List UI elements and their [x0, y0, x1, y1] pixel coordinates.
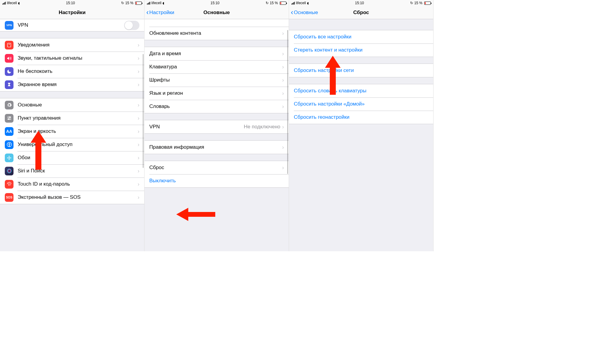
chevron-right-icon: ›	[138, 181, 139, 187]
row-reset-keyboard[interactable]: Сбросить словарь клавиатуры	[289, 84, 433, 97]
row-erase-all[interactable]: Стереть контент и настройки	[289, 43, 433, 57]
battery-percent: 15 %	[270, 1, 278, 5]
nav-bar: ‹ Настройки Основные	[145, 6, 289, 19]
row-content-refresh[interactable]: Обновление контента ›	[145, 27, 289, 40]
settings-list[interactable]: VPN VPN Уведомления › Звуки, тактильные …	[0, 19, 144, 251]
gear-icon	[5, 101, 13, 109]
row-sounds[interactable]: Звуки, тактильные сигналы ›	[0, 52, 144, 65]
sounds-icon	[5, 54, 13, 63]
row-reset-network[interactable]: Сбросить настройки сети	[289, 64, 433, 77]
signal-icon	[147, 2, 150, 4]
row-control-center[interactable]: Пункт управления ›	[0, 112, 144, 125]
row-label: Сбросить словарь клавиатуры	[294, 88, 428, 94]
row-general[interactable]: Основные ›	[0, 98, 144, 112]
row-label: Звуки, тактильные сигналы	[18, 55, 138, 61]
svg-point-1	[9, 44, 10, 45]
row-label: Экстренный вызов — SOS	[18, 194, 138, 200]
chevron-right-icon: ›	[282, 64, 284, 70]
chevron-right-icon: ›	[138, 55, 139, 61]
row-label: Уведомления	[18, 42, 138, 48]
row-label: Не беспокоить	[18, 68, 138, 74]
row-label: Сбросить все настройки	[294, 34, 428, 40]
wifi-icon: ◖	[162, 1, 164, 5]
row-reset-location[interactable]: Сбросить геонастройки	[289, 111, 433, 124]
row-legal[interactable]: Правовая информация ›	[145, 141, 289, 154]
accessibility-icon	[5, 140, 13, 149]
row-language[interactable]: Язык и регион ›	[145, 87, 289, 100]
carrier-label: lifecell	[7, 1, 17, 5]
siri-icon	[5, 167, 13, 175]
row-reset-home[interactable]: Сбросить настройки «Домой»	[289, 97, 433, 111]
svg-point-12	[10, 157, 11, 158]
row-date-time[interactable]: Дата и время ›	[145, 47, 289, 60]
row-label: Сброс	[149, 165, 282, 171]
row-vpn[interactable]: VPN VPN	[0, 19, 144, 31]
chevron-right-icon: ›	[138, 168, 139, 174]
row-label: Правовая информация	[149, 144, 282, 150]
row-touchid[interactable]: Touch ID и код-пароль ›	[0, 178, 144, 191]
fingerprint-icon	[5, 180, 13, 189]
sos-icon: SOS	[5, 193, 13, 202]
row-display[interactable]: AA Экран и яркость ›	[0, 125, 144, 138]
signal-icon	[291, 2, 295, 4]
row-shutdown[interactable]: Выключить	[145, 174, 289, 187]
svg-point-7	[9, 143, 10, 144]
row-wallpaper[interactable]: Обои ›	[0, 151, 144, 164]
status-time: 15:10	[66, 1, 75, 5]
chevron-right-icon: ›	[138, 115, 139, 121]
row-label: Сбросить геонастройки	[294, 114, 428, 120]
row-label: Шрифты	[149, 77, 282, 83]
notifications-icon	[5, 41, 13, 49]
chevron-right-icon: ›	[138, 82, 139, 88]
row-dictionary[interactable]: Словарь ›	[145, 100, 289, 113]
status-time: 15:10	[355, 1, 364, 5]
row-keyboard[interactable]: Клавиатура ›	[145, 60, 289, 73]
row-label: Пункт управления	[18, 115, 138, 121]
row-notifications[interactable]: Уведомления ›	[0, 38, 144, 52]
row-label: Словарь	[149, 103, 282, 109]
chevron-right-icon: ›	[138, 142, 139, 148]
chevron-right-icon: ›	[282, 124, 284, 130]
row-accessibility[interactable]: Универсальный доступ ›	[0, 138, 144, 151]
row-emergency[interactable]: SOS Экстренный вызов — SOS ›	[0, 191, 144, 204]
status-bar: lifecell ◖ 15:10 ↻ 15 %	[289, 0, 433, 6]
row-dnd[interactable]: Не беспокоить ›	[0, 65, 144, 78]
row-fonts[interactable]: Шрифты ›	[145, 73, 289, 87]
rotation-lock-icon: ↻	[121, 1, 124, 5]
general-list[interactable]: Обновление контента › Дата и время › Кла…	[145, 19, 289, 251]
back-button[interactable]: ‹ Настройки	[146, 6, 174, 19]
row-label: Touch ID и код-пароль	[18, 181, 138, 187]
flower-icon	[5, 154, 13, 162]
row-label: VPN	[18, 22, 124, 28]
hourglass-icon	[5, 80, 13, 89]
rotation-lock-icon: ↻	[410, 1, 413, 5]
back-button[interactable]: ‹ Основные	[291, 6, 318, 19]
row-fragment[interactable]	[145, 19, 289, 27]
scroll-indicator	[287, 30, 288, 174]
svg-point-14	[8, 170, 10, 172]
row-vpn[interactable]: VPN Не подключено ›	[145, 120, 289, 133]
text-size-icon: AA	[5, 127, 13, 136]
scroll-indicator	[143, 54, 144, 168]
row-label: Дата и время	[149, 51, 282, 57]
settings-screen: lifecell ◖ 15:10 ↻ 15 % Настройки VPN VP…	[0, 0, 145, 251]
row-siri[interactable]: Siri и Поиск ›	[0, 164, 144, 178]
row-reset[interactable]: Сброс ›	[145, 161, 289, 174]
vpn-toggle[interactable]	[124, 21, 139, 30]
row-reset-all[interactable]: Сбросить все настройки	[289, 30, 433, 43]
row-label: Клавиатура	[149, 64, 282, 70]
reset-screen: lifecell ◖ 15:10 ↻ 15 % ‹ Основные Сброс…	[289, 0, 434, 251]
chevron-right-icon: ›	[138, 102, 139, 108]
chevron-right-icon: ›	[138, 155, 139, 161]
row-label: Экранное время	[18, 82, 138, 88]
row-label: Стереть контент и настройки	[294, 47, 428, 53]
row-label: Siri и Поиск	[18, 168, 138, 174]
row-label: Сбросить настройки «Домой»	[294, 101, 428, 107]
row-screentime[interactable]: Экранное время ›	[0, 78, 144, 91]
row-label: Универсальный доступ	[18, 142, 138, 148]
carrier-label: lifecell	[151, 1, 161, 5]
battery-icon	[280, 1, 286, 5]
row-label: Обновление контента	[149, 30, 282, 36]
svg-point-5	[10, 119, 10, 120]
reset-list[interactable]: Сбросить все настройки Стереть контент и…	[289, 19, 433, 251]
